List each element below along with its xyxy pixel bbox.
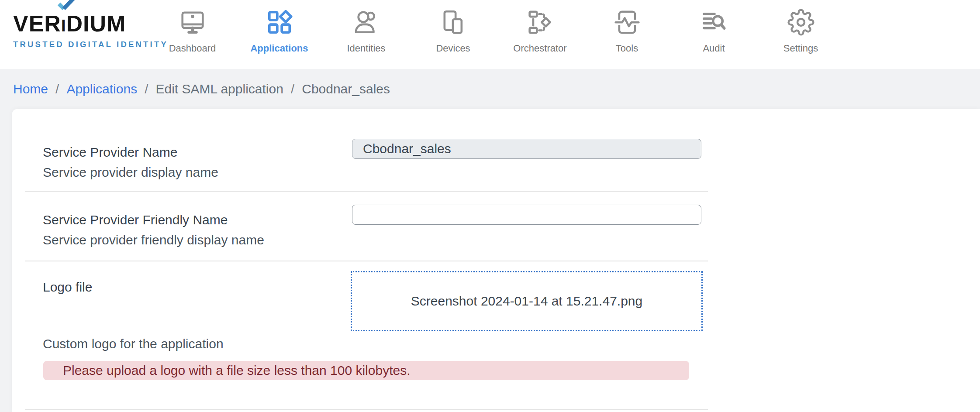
- gear-icon: [787, 9, 814, 36]
- logo-text-i: I: [61, 17, 66, 35]
- nav-label-orchestrator: Orchestrator: [513, 43, 566, 54]
- breadcrumb-applications[interactable]: Applications: [66, 82, 137, 96]
- service-provider-name-label: Service Provider Name: [43, 144, 218, 160]
- users-icon: [353, 9, 380, 36]
- field-logo-file: Logo file: [43, 279, 92, 295]
- logo-file-error-alert: Please upload a logo with a file size le…: [43, 361, 689, 380]
- divider: [25, 409, 708, 410]
- monitor-icon: [179, 9, 206, 36]
- friendly-name-input[interactable]: [352, 205, 701, 225]
- nav-label-devices: Devices: [436, 43, 470, 54]
- breadcrumb-app-name: Cbodnar_sales: [302, 82, 390, 96]
- nav-item-applications[interactable]: Applications: [236, 0, 323, 69]
- service-provider-name-help: Service provider display name: [43, 165, 218, 180]
- breadcrumb-separator: /: [55, 82, 59, 96]
- breadcrumb-separator: /: [145, 82, 148, 96]
- logo-file-help-row: Custom logo for the application: [43, 336, 224, 352]
- field-friendly-name: Service Provider Friendly Name Service p…: [43, 212, 264, 248]
- search-list-icon: [700, 9, 728, 36]
- app-header: VERIDIUM TRUSTED DIGITAL IDENTITY Dashbo…: [0, 0, 980, 69]
- nav-label-applications: Applications: [250, 43, 308, 54]
- nav-item-orchestrator[interactable]: Orchestrator: [497, 0, 583, 69]
- nav-label-identities: Identities: [347, 43, 385, 54]
- logo-text-dium: DIUM: [66, 11, 126, 36]
- logo-file-label: Logo file: [43, 279, 92, 295]
- logo-file-name: Screenshot 2024-01-14 at 15.21.47.png: [411, 294, 642, 309]
- nav-item-settings[interactable]: Settings: [757, 0, 844, 69]
- activity-icon: [614, 9, 641, 36]
- logo-file-error-text: Please upload a logo with a file size le…: [63, 363, 410, 378]
- nav-item-devices[interactable]: Devices: [410, 0, 497, 69]
- nav-label-audit: Audit: [703, 43, 725, 54]
- friendly-name-label: Service Provider Friendly Name: [43, 212, 264, 228]
- nav-item-audit[interactable]: Audit: [670, 0, 757, 69]
- divider: [25, 261, 708, 261]
- main-nav: Dashboard Applications Identities: [149, 0, 844, 69]
- flowchart-icon: [527, 9, 554, 36]
- logo-text-ver: VER: [13, 11, 61, 36]
- breadcrumb-separator: /: [291, 82, 294, 96]
- breadcrumb: Home / Applications / Edit SAML applicat…: [0, 69, 980, 109]
- service-provider-name-input[interactable]: [352, 139, 701, 159]
- breadcrumb-edit-saml-application: Edit SAML application: [155, 82, 283, 96]
- nav-item-tools[interactable]: Tools: [583, 0, 670, 69]
- nav-label-settings: Settings: [783, 43, 818, 54]
- checkmark-icon: [56, 0, 76, 14]
- logo-tagline: TRUSTED DIGITAL IDENTITY: [13, 40, 141, 49]
- nav-label-tools: Tools: [616, 43, 638, 54]
- veridium-logo[interactable]: VERIDIUM TRUSTED DIGITAL IDENTITY: [13, 10, 141, 49]
- friendly-name-help: Service provider friendly display name: [43, 232, 264, 248]
- nav-label-dashboard: Dashboard: [169, 43, 216, 54]
- logo-file-dropzone[interactable]: Screenshot 2024-01-14 at 15.21.47.png: [351, 271, 703, 331]
- logo-wordmark: VERIDIUM: [13, 10, 141, 40]
- nav-item-dashboard[interactable]: Dashboard: [149, 0, 236, 69]
- app-grid-icon: [266, 9, 293, 36]
- breadcrumb-home[interactable]: Home: [13, 82, 48, 96]
- devices-icon: [440, 9, 467, 36]
- field-service-provider-name: Service Provider Name Service provider d…: [43, 144, 218, 180]
- divider: [25, 191, 708, 192]
- nav-item-identities[interactable]: Identities: [323, 0, 410, 69]
- logo-file-help: Custom logo for the application: [43, 336, 224, 352]
- edit-saml-form-card: Service Provider Name Service provider d…: [12, 109, 980, 412]
